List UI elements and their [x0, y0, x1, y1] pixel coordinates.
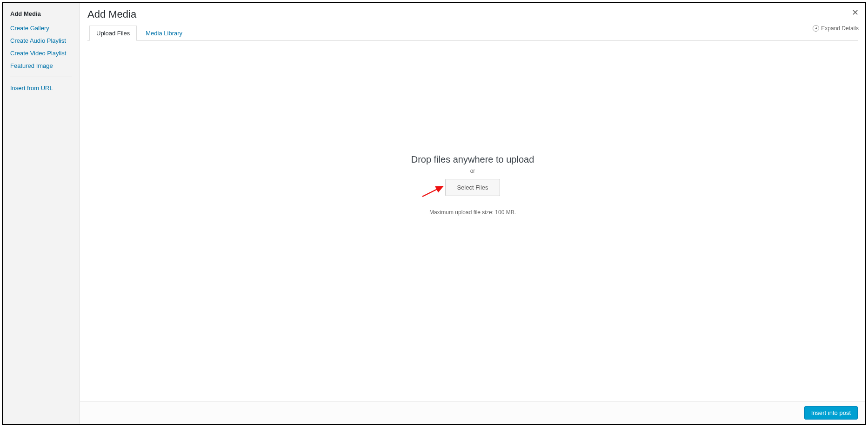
drop-files-text: Drop files anywhere to upload: [80, 154, 865, 165]
annotation-arrow-icon: [420, 184, 447, 198]
media-tabs: Upload Files Media Library: [87, 25, 858, 41]
select-files-button[interactable]: Select Files: [445, 179, 500, 196]
sidebar-link-insert-from-url[interactable]: Insert from URL: [10, 82, 72, 94]
upload-dropzone[interactable]: Drop files anywhere to upload or Select …: [80, 154, 865, 216]
max-upload-size-text: Maximum upload file size: 100 MB.: [80, 209, 865, 216]
sidebar-separator: [10, 77, 72, 77]
media-sidebar: Add Media Create Gallery Create Audio Pl…: [3, 3, 80, 424]
tab-media-library[interactable]: Media Library: [139, 26, 189, 41]
upload-panel: Drop files anywhere to upload or Select …: [80, 41, 865, 401]
insert-into-post-button[interactable]: Insert into post: [804, 406, 858, 420]
svg-line-0: [422, 186, 443, 197]
media-header: Add Media ✕ ◂ Expand Details Upload File…: [80, 3, 865, 41]
sidebar-link-featured-image[interactable]: Featured Image: [10, 59, 72, 72]
sidebar-heading: Add Media: [10, 10, 72, 17]
close-icon[interactable]: ✕: [852, 8, 859, 17]
sidebar-link-create-audio-playlist[interactable]: Create Audio Playlist: [10, 34, 72, 47]
media-footer: Insert into post: [80, 401, 865, 424]
drop-or-text: or: [80, 168, 865, 174]
page-title: Add Media: [87, 8, 858, 24]
sidebar-link-create-video-playlist[interactable]: Create Video Playlist: [10, 47, 72, 59]
media-modal: Add Media Create Gallery Create Audio Pl…: [2, 2, 866, 425]
sidebar-link-create-gallery[interactable]: Create Gallery: [10, 22, 72, 34]
tab-upload-files[interactable]: Upload Files: [89, 26, 137, 41]
media-main: Add Media ✕ ◂ Expand Details Upload File…: [80, 3, 865, 424]
